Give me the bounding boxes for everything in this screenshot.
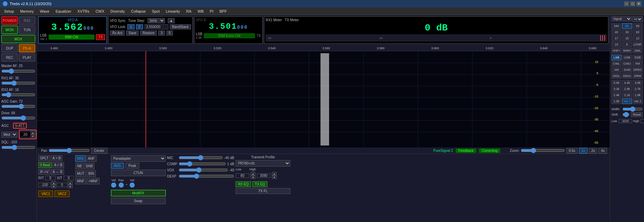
vol-minus[interactable]: -: [126, 182, 127, 187]
high-input[interactable]: [257, 173, 270, 178]
low-freq-input[interactable]: [619, 119, 632, 123]
filter-24k[interactable]: 2.4k: [611, 92, 621, 98]
maximize-button[interactable]: □: [630, 1, 635, 6]
mic-slider[interactable]: [179, 155, 223, 160]
mnf-button[interactable]: MNF: [75, 178, 86, 184]
nb-button[interactable]: NB: [75, 163, 84, 169]
if-v-button[interactable]: IF->V: [38, 169, 50, 175]
drive-slider[interactable]: [1, 116, 35, 120]
vox-slider[interactable]: [179, 168, 228, 172]
mode-usb[interactable]: USB: [622, 55, 632, 60]
filter-1k[interactable]: 1.0k: [611, 99, 621, 104]
tx-fl-button[interactable]: TX FL: [236, 188, 290, 194]
play-button[interactable]: PLAY: [19, 53, 35, 62]
avg-button[interactable]: AVG: [111, 163, 124, 169]
band-80[interactable]: 80: [622, 23, 632, 29]
save-button[interactable]: Save: [126, 30, 139, 36]
zoom-4x-button[interactable]: 4x: [598, 148, 607, 154]
rit-up[interactable]: ▲: [51, 181, 56, 185]
mode-lsb[interactable]: LSB: [611, 55, 621, 60]
vfo-a-freq-sub[interactable]: 000: [83, 26, 94, 31]
filter-29k[interactable]: 2.9k: [622, 86, 632, 92]
filter-21k[interactable]: 2.1k: [622, 92, 632, 98]
pan-slider-bottom[interactable]: [49, 148, 90, 153]
filter-27k[interactable]: 2.7k: [633, 86, 643, 92]
menu-memory[interactable]: Memory: [17, 9, 37, 14]
low-input[interactable]: [236, 173, 249, 178]
high-down[interactable]: ▼: [272, 175, 277, 179]
snb-button[interactable]: SNB: [84, 163, 95, 169]
preset-3-button[interactable]: 3: [158, 30, 165, 36]
menu-ra[interactable]: RA: [184, 9, 194, 14]
power-button[interactable]: POWER: [1, 16, 18, 25]
satt-value[interactable]: [20, 132, 30, 136]
a-swap-b-button[interactable]: A ↔ B: [51, 169, 64, 175]
swap-button[interactable]: Swap: [111, 198, 166, 204]
close-button[interactable]: ✕: [636, 1, 641, 6]
menu-wave[interactable]: Wave: [37, 9, 52, 14]
psa-button[interactable]: PS-A: [19, 44, 35, 52]
mon-button[interactable]: MON: [1, 26, 18, 34]
band-lfmf[interactable]: LFMF: [633, 42, 643, 47]
tune-step-select[interactable]: 1kHz 100Hz 10Hz: [148, 18, 165, 23]
menu-cwx[interactable]: CWX: [93, 9, 107, 14]
xit-value[interactable]: [64, 176, 74, 180]
rit-down[interactable]: ▼: [51, 185, 56, 188]
dup-button[interactable]: DUP: [1, 44, 18, 52]
filter-18k[interactable]: 1.8k: [633, 92, 643, 98]
multirx-button[interactable]: MultiRX: [111, 190, 166, 196]
mode-cwu[interactable]: CWU: [622, 61, 632, 66]
band-160[interactable]: 160: [611, 23, 621, 29]
tx-eq-button[interactable]: TX EQ: [252, 181, 267, 187]
menu-setup[interactable]: Setup: [1, 9, 17, 14]
rec-button[interactable]: REC: [1, 53, 18, 62]
low-up[interactable]: ▲: [251, 172, 255, 175]
filter-var1[interactable]: Var 1: [622, 99, 632, 104]
band-60b[interactable]: 60: [633, 29, 643, 35]
sql-slider[interactable]: [1, 145, 35, 150]
menu-pi[interactable]: PI: [207, 9, 216, 14]
menu-collapse[interactable]: Collapse: [128, 9, 149, 14]
menu-diversity[interactable]: Diversity: [108, 9, 128, 14]
minimize-button[interactable]: ─: [624, 1, 629, 6]
mode-digl[interactable]: DIGL: [611, 73, 621, 79]
alc-select[interactable]: ALC: [632, 16, 643, 22]
band-6[interactable]: 6: [622, 42, 632, 47]
mode-am[interactable]: AM: [611, 67, 621, 73]
vfo-a-tx-button[interactable]: TX: [96, 34, 105, 40]
anf-button[interactable]: ANF: [86, 155, 97, 162]
band-12[interactable]: 12: [633, 36, 643, 41]
preset-5-button[interactable]: 5: [166, 30, 173, 36]
rit-zero-up[interactable]: ▲: [68, 181, 73, 185]
mode-drm[interactable]: DRM: [633, 73, 643, 79]
high-up[interactable]: ▲: [272, 172, 277, 175]
zoom-slider[interactable]: [521, 148, 565, 153]
bandstack-button[interactable]: BandStack: [170, 24, 191, 29]
ab-to-a-button[interactable]: A < B: [52, 162, 64, 168]
rit-zero-down[interactable]: ▼: [68, 185, 73, 188]
tx-profile-select[interactable]: PR780+cfc: [236, 160, 290, 167]
menu-spot[interactable]: Spot: [149, 9, 163, 14]
tun-button[interactable]: TUN: [19, 26, 35, 34]
mode-cwl[interactable]: CWL: [611, 61, 621, 66]
master-af-slider[interactable]: [1, 68, 35, 74]
shift-slider[interactable]: [622, 112, 630, 117]
beat-button[interactable]: 0 Beat: [38, 162, 52, 168]
nr2-button[interactable]: NR2: [75, 155, 86, 162]
menu-equalizer[interactable]: Equalizer: [53, 9, 74, 14]
rit-zero-val[interactable]: [57, 183, 67, 187]
zoom-1x-button[interactable]: 1x: [579, 148, 588, 154]
band-15[interactable]: 15: [622, 36, 632, 41]
vfo-a-band[interactable]: 80M CW: [49, 35, 94, 40]
vac1-button[interactable]: VAC1: [38, 191, 53, 197]
vol-slider2[interactable]: [129, 183, 135, 187]
band-vhf[interactable]: VHF+: [611, 48, 621, 53]
menu-bpf[interactable]: BPF: [217, 9, 229, 14]
mode-sam[interactable]: SAM: [622, 67, 632, 73]
mut-button[interactable]: MUT: [75, 170, 86, 177]
zoom-05-button[interactable]: 0.5x: [566, 148, 578, 154]
zoom-2x-button[interactable]: 2x: [589, 148, 597, 154]
menu-wb[interactable]: WB: [195, 9, 206, 14]
rx-eq-button[interactable]: RX EQ: [236, 181, 251, 187]
restore-button[interactable]: Restore: [140, 30, 157, 36]
